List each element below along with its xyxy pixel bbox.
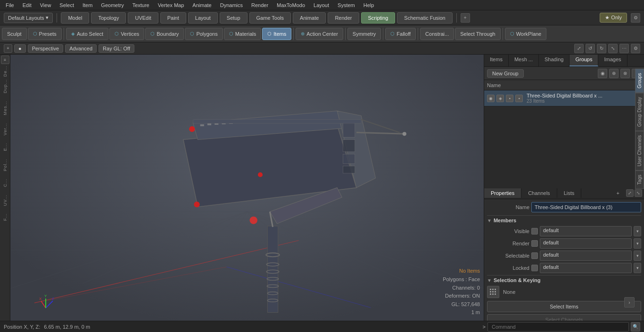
select-through-button[interactable]: Select Through: [455, 28, 500, 40]
groups-icon-2[interactable]: ⊕: [609, 69, 619, 78]
tab-schematic-fusion[interactable]: Schematic Fusion: [397, 12, 452, 24]
viewport-menu-button[interactable]: ≡: [4, 44, 12, 53]
groups-icon-1[interactable]: ◉: [598, 69, 607, 78]
locked-color-swatch[interactable]: [531, 265, 538, 271]
boundary-button[interactable]: ⬡ Boundary: [145, 28, 184, 40]
render-select-arrow[interactable]: ▾: [634, 238, 641, 249]
command-search-button[interactable]: 🔍: [631, 322, 640, 332]
locked-select-arrow[interactable]: ▾: [634, 263, 641, 273]
tab-layout[interactable]: Layout: [188, 12, 218, 24]
props-add-button[interactable]: +: [612, 188, 624, 198]
menu-help[interactable]: Help: [360, 1, 378, 9]
viewport-icon-5[interactable]: ⋯: [619, 44, 629, 53]
props-tab-lists[interactable]: Lists: [557, 188, 582, 198]
tab-model[interactable]: Model: [61, 12, 89, 24]
viewport-perspective[interactable]: Perspective: [28, 44, 63, 53]
props-tab-channels[interactable]: Channels: [521, 188, 557, 198]
select-channels-button[interactable]: Select Channels: [487, 314, 641, 321]
groups-list[interactable]: ◉ ◈ ▪ ▪ Three-Sided Digital Billboard x …: [484, 90, 644, 187]
menu-geometry[interactable]: Geometry: [97, 1, 127, 9]
selectable-color-swatch[interactable]: [531, 252, 538, 259]
props-expand-btn-1[interactable]: ⤢: [626, 189, 634, 197]
layout-dropdown[interactable]: Default Layouts ▾: [4, 13, 53, 23]
viewport-icon-2[interactable]: ↺: [586, 44, 595, 53]
viewport-icon-1[interactable]: ⤢: [574, 44, 584, 53]
render-color-swatch[interactable]: [531, 240, 538, 247]
visible-select[interactable]: default: [540, 226, 632, 236]
tab-items[interactable]: Items: [484, 55, 509, 66]
side-tab-groups[interactable]: Groups: [635, 69, 644, 93]
groups-icon-3[interactable]: ⊗: [620, 69, 630, 78]
props-tab-properties[interactable]: Properties: [484, 188, 521, 198]
sculpt-button[interactable]: Sculpt: [2, 28, 27, 40]
auto-select-button[interactable]: ◈ Auto Select: [66, 28, 108, 40]
presets-button[interactable]: ⬡ Presets: [28, 28, 62, 40]
menu-texture[interactable]: Texture: [129, 1, 153, 9]
action-center-button[interactable]: ⊕ Action Center: [296, 28, 343, 40]
name-input[interactable]: [531, 202, 641, 212]
props-forward-button[interactable]: ›: [624, 297, 635, 308]
members-section[interactable]: ▼ Members: [487, 218, 641, 223]
tab-mesh[interactable]: Mesh ...: [509, 55, 539, 66]
selectable-select[interactable]: default: [540, 251, 632, 261]
tab-scripting[interactable]: Scripting: [361, 12, 396, 24]
locked-select[interactable]: default: [540, 263, 632, 273]
items-button[interactable]: ⬡ Items: [262, 28, 291, 40]
render-select[interactable]: default: [540, 238, 632, 249]
viewport-advanced[interactable]: Advanced: [65, 44, 97, 53]
menu-dynamics[interactable]: Dynamics: [216, 1, 247, 9]
menu-animate[interactable]: Animate: [189, 1, 215, 9]
symmetry-button[interactable]: Symmetry: [347, 28, 381, 40]
visible-select-arrow[interactable]: ▾: [634, 226, 641, 236]
viewport-icon-4[interactable]: ⤡: [608, 44, 618, 53]
menu-item[interactable]: Item: [79, 1, 96, 9]
viewport-icon-3[interactable]: ↻: [597, 44, 606, 53]
polygons-button[interactable]: ⬡ Polygons: [185, 28, 223, 40]
menu-edit[interactable]: Edit: [19, 1, 35, 9]
tab-uvedit[interactable]: UVEdit: [128, 12, 158, 24]
selection-grid-button[interactable]: [487, 286, 499, 298]
tab-setup[interactable]: Setup: [220, 12, 248, 24]
tab-images[interactable]: Images: [598, 55, 627, 66]
tab-game-tools[interactable]: Game Tools: [249, 12, 291, 24]
only-button[interactable]: ★ Only: [600, 13, 627, 23]
viewport-3d[interactable]: X Z Y No Items Polygons : Face Channels:…: [10, 55, 484, 321]
group-misc-btn[interactable]: ▪: [506, 95, 513, 102]
group-lock-btn[interactable]: ▪: [515, 95, 523, 102]
workplane-button[interactable]: ⬡ WorkPlane: [505, 28, 547, 40]
materials-button[interactable]: ⬡ Materials: [224, 28, 262, 40]
command-input[interactable]: [487, 322, 629, 332]
viewport-ray-gl[interactable]: Ray GL: Off: [99, 44, 134, 53]
tab-groups[interactable]: Groups: [570, 55, 598, 66]
viewport-icon-6[interactable]: ⚙: [631, 44, 640, 53]
menu-layout[interactable]: Layout: [310, 1, 333, 9]
side-tab-user-channels[interactable]: User Channels: [635, 131, 644, 170]
menu-file[interactable]: File: [2, 1, 18, 9]
select-items-button[interactable]: Select Items: [487, 301, 641, 312]
visible-color-swatch[interactable]: [531, 228, 538, 235]
tab-render[interactable]: Render: [328, 12, 359, 24]
menu-render[interactable]: Render: [248, 1, 272, 9]
group-vis-btn[interactable]: ◉: [487, 95, 495, 102]
props-expand-btn-2[interactable]: ⤡: [635, 189, 642, 197]
constrain-button[interactable]: Constrai...: [420, 28, 454, 40]
menu-system[interactable]: System: [334, 1, 359, 9]
tab-topology[interactable]: Topology: [91, 12, 126, 24]
only-label[interactable]: ★ Only: [600, 13, 627, 23]
new-group-button[interactable]: New Group: [487, 69, 524, 78]
menu-view[interactable]: View: [36, 1, 55, 9]
selectable-select-arrow[interactable]: ▾: [634, 251, 641, 261]
viewport-expand-btn[interactable]: ●: [14, 44, 26, 53]
falloff-button[interactable]: ⬡ Falloff: [385, 28, 416, 40]
tab-paint[interactable]: Paint: [160, 12, 186, 24]
side-tab-tags[interactable]: Tags: [635, 170, 644, 189]
menu-maxtomodo[interactable]: MaxToModo: [273, 1, 309, 9]
lt-top-btn[interactable]: ≡: [1, 56, 9, 64]
selection-keying-section[interactable]: ▼ Selection & Keying: [487, 277, 641, 283]
vertices-button[interactable]: ⬡ Vertices: [109, 28, 144, 40]
menu-select[interactable]: Select: [56, 1, 78, 9]
menu-vertex-map[interactable]: Vertex Map: [154, 1, 188, 9]
add-layout-button[interactable]: +: [461, 13, 470, 23]
side-tab-group-display[interactable]: Group Display: [635, 93, 644, 131]
group-item-billboard[interactable]: ◉ ◈ ▪ ▪ Three-Sided Digital Billboard x …: [484, 90, 644, 106]
